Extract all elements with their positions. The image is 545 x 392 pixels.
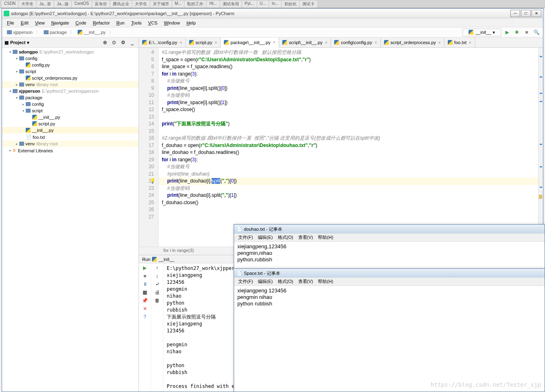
notepad-menu-item[interactable]: 文件(F) [236,234,255,241]
close-icon[interactable]: × [180,40,182,45]
close-icon[interactable]: × [469,40,471,45]
browser-tab[interactable]: 大学生 [19,1,36,8]
chevron-down-icon[interactable]: ▾ [27,40,29,45]
browser-tab[interactable]: CentOS [72,1,92,8]
browser-tab[interactable]: Pyt... [242,1,257,8]
stop-button[interactable]: ■ [523,28,531,36]
tree-item[interactable]: script.py [2,120,138,127]
tree-item[interactable]: __init__.py [2,127,138,134]
menu-code[interactable]: Code [72,20,89,26]
tree-item[interactable]: __init__.py [2,114,138,120]
browser-tab[interactable]: Ja...接 [54,1,71,8]
notepad-menu-item[interactable]: 查看(V) [296,234,316,241]
editor-tab[interactable]: script.py× [186,38,221,47]
menu-window[interactable]: Window [161,20,183,26]
notepad-menu-item[interactable]: 帮助(H) [315,234,335,241]
browser-tab[interactable]: M... [172,1,184,8]
browser-tab[interactable]: CSDN [2,1,18,8]
breadcrumb-item[interactable]: __init__.py [75,29,108,36]
browser-tab[interactable]: Ja...首 [37,1,54,8]
menu-help[interactable]: Help [183,20,199,26]
menu-view[interactable]: View [32,20,48,26]
wrap-icon[interactable]: ⤶ [155,281,159,287]
tree-item[interactable]: ▾package [2,94,138,101]
close-icon[interactable]: × [375,40,377,45]
debug-button[interactable]: ✱ [513,28,521,36]
close-button[interactable]: ✕ [532,10,541,17]
trash-icon[interactable]: 🗑 [155,298,160,303]
editor-tab[interactable]: config\config.py× [331,38,380,47]
target-icon[interactable]: ⊙ [110,38,118,47]
rerun-icon[interactable]: ▶ [143,265,147,271]
pin-icon[interactable]: 📌 [142,298,148,303]
menu-refactor[interactable]: Refactor [89,20,113,26]
collapse-icon[interactable]: ⊕ [101,38,109,47]
close-icon[interactable]: × [325,40,328,45]
browser-tab[interactable]: 初始化 [282,1,299,8]
notepad-menu-item[interactable]: 格式(O) [275,278,296,285]
minimize-button[interactable]: ─ [510,10,520,17]
tree-item[interactable]: ▾config [2,55,138,62]
editor-tab[interactable]: script_orderprocess.py× [381,38,444,47]
tree-item[interactable]: ▸⊪External Libraries [2,147,138,154]
browser-tab[interactable]: 关于城市 [150,1,172,8]
notepad-content[interactable]: xiejiangpeng 123456 pengmin nihao python… [234,286,545,309]
menu-tools[interactable]: Tools [128,20,145,26]
menu-vcs[interactable]: VCS [145,20,161,26]
browser-tab[interactable]: 大学生 [132,1,150,8]
tree-item[interactable]: config.py [2,62,138,68]
layout-icon[interactable]: ▦ [143,290,147,295]
tree-item[interactable]: script_orderprocess.py [2,75,138,81]
maximize-button[interactable]: □ [521,10,531,17]
menu-file[interactable]: File [4,20,18,26]
menu-navigate[interactable]: Navigate [48,20,72,26]
gear-icon[interactable]: ⚙ [119,38,127,47]
menu-run[interactable]: Run [113,20,128,26]
breadcrumb-item[interactable]: package [41,29,69,36]
run-config-selector[interactable]: __init__ ▾ [462,29,501,36]
editor-tab[interactable]: foo.txt× [444,38,475,47]
tree-item[interactable]: 📄foo.txt [2,134,138,140]
browser-tab[interactable]: U... [257,1,269,8]
stop-icon[interactable]: ■ [143,273,146,279]
print-icon[interactable]: 🖨 [155,290,160,295]
close-icon[interactable]: × [273,40,275,45]
browser-tab[interactable]: 腾讯企业 [110,1,132,8]
code-content[interactable]: #1.range中填写的数据 跟txt中行数保持一致 默认按照空格分隔f_spa… [159,48,538,247]
browser-tab[interactable]: Ht... [207,1,219,8]
tree-item[interactable]: ▸venvlibrary root [2,81,138,88]
up-icon[interactable]: ↑ [156,265,159,271]
editor-tab[interactable]: script\__init__.py× [279,38,331,47]
tree-item[interactable]: ▾sdongpoE:\python27_work\sdongpo [2,49,138,55]
hide-icon[interactable]: ⎯ [128,38,136,47]
tree-item[interactable]: ▾xjppersonE:\python27_work\xjpperson [2,88,138,94]
tree-item[interactable]: ▾script [2,68,138,75]
menu-edit[interactable]: Edit [18,20,32,26]
run-button[interactable]: ▶ [503,28,511,36]
tree-item[interactable]: ▸venvlibrary root [2,140,138,147]
tree-item[interactable]: ▸config [2,101,138,107]
notepad-menu-item[interactable]: 帮助(H) [315,278,335,285]
browser-tab[interactable]: 取的工作 [185,1,206,8]
pause-icon[interactable]: ⏸ [143,281,147,287]
notepad-menu-item[interactable]: 编辑(E) [255,234,275,241]
tree-item[interactable]: ▾script [2,107,138,114]
code-editor[interactable]: 4567891011121314151617181920212223242526… [139,48,543,247]
help-icon[interactable]: ? [143,314,146,320]
editor-tab[interactable]: package\__init__.py× [221,38,279,48]
down-icon[interactable]: ↓ [156,273,159,279]
close-icon[interactable]: × [438,40,441,45]
editor-tab[interactable]: E:\...\config.py× [139,38,186,47]
close-icon[interactable]: × [215,40,217,45]
notepad-menu-item[interactable]: 文件(F) [236,278,255,285]
browser-tab[interactable]: 测试有用 [220,1,241,8]
close-icon[interactable]: ✕ [143,306,147,312]
browser-tab[interactable]: In... [269,1,281,8]
notepad-menu-item[interactable]: 编辑(E) [255,278,275,285]
breadcrumb-item[interactable]: xjpperson [4,29,35,36]
browser-tab[interactable]: 富有价 [92,1,109,8]
notepad-menu-item[interactable]: 格式(O) [275,234,296,241]
notepad-content[interactable]: xiejiangpeng,123456 pengmin,nihao python… [234,242,545,265]
notepad-menu-item[interactable]: 查看(V) [296,278,316,285]
search-button[interactable]: 🔍 [532,28,541,36]
